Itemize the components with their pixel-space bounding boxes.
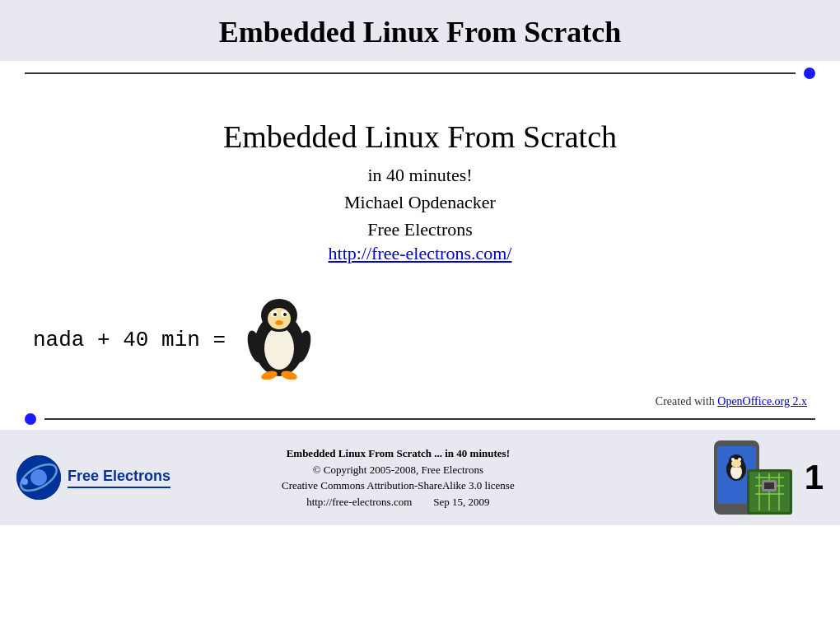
devices-svg (632, 436, 796, 519)
tux-penguin (242, 297, 316, 383)
footer-url: http://free-electrons.com (306, 496, 412, 508)
footer-line3: Creative Commons Attribution-ShareAlike … (181, 478, 615, 494)
bottom-dot (25, 413, 36, 425)
svg-point-1 (264, 327, 294, 370)
svg-point-6 (273, 313, 277, 316)
svg-point-24 (738, 458, 741, 461)
subtitle1: in 40 minutes! (33, 161, 807, 189)
nada-text: nada + 40 min = (33, 328, 226, 352)
svg-point-16 (21, 478, 28, 485)
footer-line2: © Copyright 2005-2008, Free Electrons (181, 462, 615, 478)
page-number: 1 (805, 458, 824, 497)
footer-line1: Embedded Linux From Scratch ... in 40 mi… (181, 445, 615, 462)
created-tool: OpenOffice.org 2.x (717, 395, 807, 408)
subtitle3: Free Electrons (33, 216, 807, 243)
bottom-line (44, 418, 815, 420)
footer-date: Sep 15, 2009 (433, 496, 489, 508)
subtitle2: Michael Opdenacker (33, 189, 807, 216)
svg-point-23 (731, 458, 735, 461)
bottom-divider (0, 408, 840, 430)
logo-circle (16, 455, 61, 500)
divider-dot (804, 68, 815, 79)
created-prefix: Created with (656, 395, 717, 408)
logo-text: Free Electrons (68, 468, 170, 485)
created-with: Created with OpenOffice.org 2.x (0, 391, 840, 408)
footer-line4: http://free-electrons.com Sep 15, 2009 (181, 494, 615, 510)
svg-rect-34 (764, 482, 774, 489)
footer-center: Embedded Linux From Scratch ... in 40 mi… (181, 445, 615, 510)
svg-point-3 (268, 308, 291, 329)
footer-logo: Free Electrons (16, 455, 181, 500)
nada-section: nada + 40 min = (0, 273, 840, 391)
logo-text-container: Free Electrons (68, 468, 170, 488)
divider-line (25, 72, 796, 74)
main-title: Embedded Linux From Scratch (33, 119, 807, 155)
main-content: Embedded Linux From Scratch in 40 minute… (0, 86, 840, 273)
website-link[interactable]: http://free-electrons.com/ (33, 243, 807, 264)
footer: Free Electrons Embedded Linux From Scrat… (0, 430, 840, 525)
svg-point-15 (30, 469, 47, 486)
top-divider (0, 61, 840, 86)
logo-underline (68, 487, 170, 488)
header-title: Embedded Linux From Scratch (219, 16, 621, 49)
svg-point-7 (283, 313, 287, 316)
slide-header: Embedded Linux From Scratch (0, 0, 840, 61)
devices-illustration (615, 436, 796, 519)
svg-point-8 (275, 320, 283, 325)
